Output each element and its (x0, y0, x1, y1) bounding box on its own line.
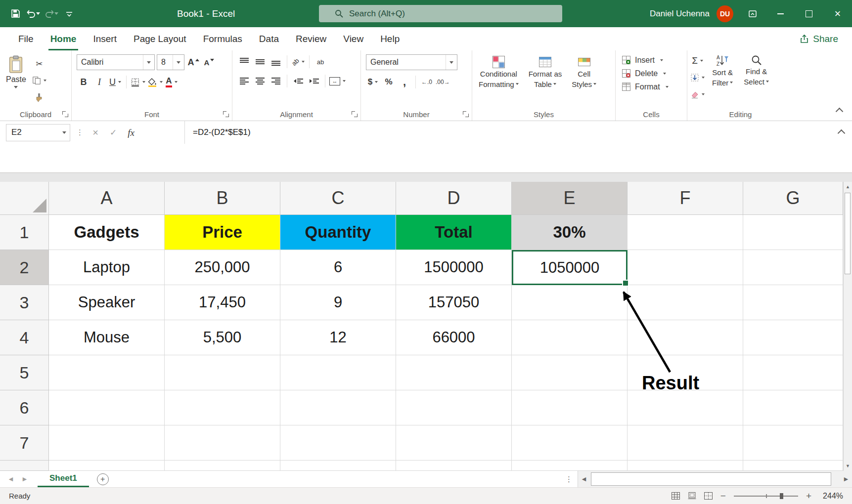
column-header-F[interactable]: F (628, 182, 743, 215)
horizontal-scrollbar[interactable]: ◀ ▶ (578, 471, 852, 487)
align-left-button[interactable] (237, 74, 251, 88)
cell-G1[interactable] (743, 215, 843, 250)
page-layout-view-button[interactable] (688, 492, 696, 500)
cell-G4[interactable] (743, 320, 843, 355)
format-cells-dropdown-icon[interactable] (666, 86, 669, 88)
bottom-align-button[interactable] (269, 54, 283, 69)
ribbon-display-options-button[interactable] (746, 6, 759, 22)
user-name[interactable]: Daniel Uchenna (650, 9, 710, 19)
vertical-scrollbar[interactable]: ▲ ▼ (843, 182, 852, 471)
merge-center-button[interactable]: ↔ (329, 74, 346, 88)
autosum-dropdown-icon[interactable] (700, 60, 703, 62)
align-center-button[interactable] (253, 74, 267, 88)
cell-E3[interactable] (512, 285, 628, 320)
font-size-dropdown-icon[interactable] (173, 55, 184, 70)
cell-F2[interactable] (628, 250, 743, 285)
row-header-3[interactable]: 3 (0, 285, 49, 320)
tab-review[interactable]: Review (287, 27, 335, 50)
number-dialog-launcher[interactable] (463, 111, 469, 117)
sheet-nav-right-icon[interactable]: ▶ (18, 476, 32, 482)
fill-button[interactable] (690, 70, 705, 85)
cell-F1[interactable] (628, 215, 743, 250)
cell-F4[interactable] (628, 320, 743, 355)
cell-D1[interactable]: Total (396, 215, 512, 250)
font-name-dropdown-icon[interactable] (143, 55, 154, 70)
cell-B8[interactable] (165, 461, 280, 471)
insert-cells-dropdown-icon[interactable] (660, 59, 663, 61)
insert-cells-button[interactable]: Insert (622, 55, 681, 65)
align-right-button[interactable] (269, 74, 283, 88)
sheetbar-handle[interactable]: ⋮ (565, 475, 573, 484)
cell-C6[interactable] (280, 390, 396, 425)
tab-data[interactable]: Data (251, 27, 287, 50)
zoom-slider[interactable] (734, 492, 798, 500)
enter-button[interactable]: ✓ (107, 127, 119, 138)
format-as-table-button[interactable]: Format as Table (525, 54, 566, 89)
name-box-dropdown-icon[interactable] (59, 125, 70, 141)
cell-A5[interactable] (49, 355, 165, 390)
delete-cells-button[interactable]: Delete (622, 69, 681, 78)
column-header-A[interactable]: A (49, 182, 165, 215)
cell-C8[interactable] (280, 461, 396, 471)
close-button[interactable]: × (823, 0, 852, 27)
cell-C3[interactable]: 9 (280, 285, 396, 320)
zoom-out-button[interactable]: − (720, 491, 726, 502)
cell-B5[interactable] (165, 355, 280, 390)
cell-A1[interactable]: Gadgets (49, 215, 165, 250)
conditional-formatting-dropdown-icon[interactable] (516, 83, 519, 85)
customize-quick-access-button[interactable] (63, 6, 76, 22)
borders-button[interactable] (131, 75, 145, 89)
cell-E1[interactable]: 30% (512, 215, 628, 250)
cancel-button[interactable]: × (90, 127, 101, 138)
font-color-button[interactable]: A (165, 75, 179, 89)
alignment-dialog-launcher[interactable] (352, 111, 358, 117)
copy-button[interactable] (32, 73, 46, 88)
cell-C4[interactable]: 12 (280, 320, 396, 355)
cell-D6[interactable] (396, 390, 512, 425)
paste-button[interactable]: Paste (6, 55, 26, 105)
decrease-decimal-button[interactable]: .00→ (436, 75, 450, 89)
orientation-button[interactable]: ab (291, 54, 305, 69)
number-format-dropdown-icon[interactable] (446, 55, 457, 70)
horizontal-scroll-track[interactable] (590, 471, 840, 487)
cell-B3[interactable]: 17,450 (165, 285, 280, 320)
redo-dropdown-icon[interactable] (54, 12, 58, 15)
sheet-tab-sheet1[interactable]: Sheet1 (38, 471, 89, 487)
percent-style-button[interactable]: % (382, 75, 396, 89)
clipboard-dialog-launcher[interactable] (62, 111, 68, 117)
zoom-percentage[interactable]: 244% (819, 492, 843, 501)
avatar[interactable]: DU (717, 5, 733, 22)
cell-B2[interactable]: 250,000 (165, 250, 280, 285)
row-header-7[interactable]: 7 (0, 425, 49, 461)
clear-dropdown-icon[interactable] (702, 93, 705, 95)
underline-dropdown-icon[interactable] (118, 81, 121, 83)
sheet-nav-left-icon[interactable]: ◀ (4, 476, 18, 482)
column-header-B[interactable]: B (165, 182, 280, 215)
scroll-left-icon[interactable]: ◀ (578, 476, 590, 482)
tab-insert[interactable]: Insert (85, 27, 125, 50)
comma-style-button[interactable]: , (398, 75, 411, 89)
cell-C2[interactable]: 6 (280, 250, 396, 285)
row-header-1[interactable]: 1 (0, 215, 49, 250)
cell-A2[interactable]: Laptop (49, 250, 165, 285)
tab-view[interactable]: View (335, 27, 372, 50)
cell-G6[interactable] (743, 390, 843, 425)
clear-button[interactable] (690, 87, 705, 102)
cell-B4[interactable]: 5,500 (165, 320, 280, 355)
cell-E6[interactable] (512, 390, 628, 425)
fill-dropdown-icon[interactable] (702, 77, 705, 79)
fill-color-button[interactable] (147, 75, 163, 89)
cell-D2[interactable]: 1500000 (396, 250, 512, 285)
row-header-4[interactable]: 4 (0, 320, 49, 355)
add-sheet-button[interactable]: + (97, 473, 109, 485)
font-color-dropdown-icon[interactable] (175, 81, 178, 83)
cell-C5[interactable] (280, 355, 396, 390)
row-header-8[interactable] (0, 461, 49, 471)
cell-G2[interactable] (743, 250, 843, 285)
accounting-dropdown-icon[interactable] (375, 81, 378, 83)
sort-filter-dropdown-icon[interactable] (730, 82, 733, 84)
cell-A6[interactable] (49, 390, 165, 425)
cell-B1[interactable]: Price (165, 215, 280, 250)
tab-page-layout[interactable]: Page Layout (125, 27, 195, 50)
scroll-right-icon[interactable]: ▶ (840, 476, 852, 482)
